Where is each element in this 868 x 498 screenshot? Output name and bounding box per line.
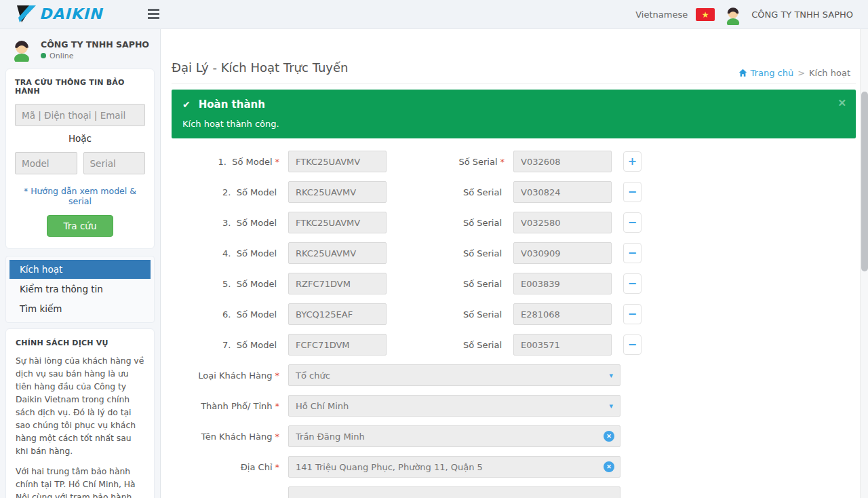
alert-message: Kích hoạt thành công. xyxy=(182,119,845,129)
sidebar-menu: Kích hoạt Kiểm tra thông tin Tìm kiếm xyxy=(5,256,155,323)
model-input-7[interactable] xyxy=(288,334,387,356)
remove-row-button[interactable]: − xyxy=(623,182,642,202)
sidebar-item-kiem-tra-thong-tin[interactable]: Kiểm tra thông tin xyxy=(9,280,151,299)
sidebar-avatar xyxy=(9,37,34,62)
serial-input-5[interactable] xyxy=(513,273,612,294)
address-input[interactable] xyxy=(288,456,620,478)
lookup-title: TRA CỨU THÔNG TIN BẢO HÀNH xyxy=(15,78,145,96)
vertical-scrollbar[interactable] xyxy=(860,29,868,498)
city-select[interactable]: Hồ Chí Minh ▾ xyxy=(288,395,620,417)
lookup-model-input[interactable] xyxy=(15,152,77,174)
sidebar-profile: CÔNG TY TNHH SAPHO Online xyxy=(0,29,160,69)
success-alert: ✔ Hoàn thành Kích hoạt thành công. ✕ xyxy=(172,90,856,138)
serial-input-7[interactable] xyxy=(513,334,612,356)
customer-name-input[interactable] xyxy=(288,425,620,447)
model-input-6[interactable] xyxy=(288,303,387,325)
chevron-down-icon: ▾ xyxy=(609,402,613,410)
serial-input-3[interactable] xyxy=(513,212,612,233)
serial-input-2[interactable] xyxy=(513,181,612,203)
or-label: Hoặc xyxy=(15,133,145,144)
daikin-logo[interactable]: DAIKIN xyxy=(16,5,102,23)
remove-row-button[interactable]: − xyxy=(623,334,642,355)
policy-paragraph: Với hai trung tâm bảo hành chính tại TP.… xyxy=(16,465,144,498)
chevron-down-icon: ▾ xyxy=(609,371,613,380)
home-icon xyxy=(738,69,747,77)
check-icon: ✔ xyxy=(182,99,191,110)
customer-type-row: Loại Khách Hàng* Tổ chức ▾ xyxy=(172,364,856,386)
serial-input-6[interactable] xyxy=(513,303,612,325)
breadcrumb-home-link[interactable]: Trang chủ xyxy=(738,68,794,78)
sidebar-toggle-button[interactable] xyxy=(146,9,160,20)
device-row: 4. Số Model Số Serial − xyxy=(172,242,856,264)
sidebar-item-kich-hoat[interactable]: Kích hoạt xyxy=(9,260,151,279)
model-input-1[interactable] xyxy=(288,151,387,172)
policy-paragraph: Sự hài lòng của khách hàng về dịch vụ sa… xyxy=(16,355,144,458)
remove-row-button[interactable]: − xyxy=(623,273,642,294)
remove-row-button[interactable]: − xyxy=(623,304,642,324)
model-input-5[interactable] xyxy=(288,273,387,294)
activation-form: 1. Số Model* Số Serial* + 2. Số Model Số… xyxy=(172,151,856,498)
lookup-serial-input[interactable] xyxy=(83,152,146,174)
policy-title: CHÍNH SÁCH DỊCH VỤ xyxy=(16,339,144,347)
device-row: 6. Số Model Số Serial − xyxy=(172,303,856,325)
alert-title: Hoàn thành xyxy=(199,98,265,111)
language-label[interactable]: Vietnamese xyxy=(635,9,688,20)
remove-row-button[interactable]: − xyxy=(623,243,642,263)
customer-type-select[interactable]: Tổ chức ▾ xyxy=(288,364,620,386)
breadcrumb-separator: > xyxy=(797,68,805,78)
add-row-button[interactable]: + xyxy=(623,151,642,172)
model-serial-guide-link[interactable]: * Hướng dẫn xem model & serial xyxy=(15,186,145,206)
breadcrumb: Trang chủ > Kích hoạt xyxy=(738,68,850,78)
user-name[interactable]: CÔNG TY TNHH SAPHO xyxy=(751,9,853,20)
warranty-lookup-card: TRA CỨU THÔNG TIN BẢO HÀNH Hoặc * Hướng … xyxy=(5,69,155,249)
serial-input-4[interactable] xyxy=(513,242,612,264)
next-field-row-cutoff xyxy=(172,486,856,498)
clear-field-icon[interactable]: ✕ xyxy=(604,461,614,472)
next-field-input[interactable] xyxy=(288,486,620,498)
profile-name: CÔNG TY TNHH SAPHO xyxy=(41,39,149,50)
customer-name-row: Tên Khách Hàng* ✕ xyxy=(172,425,856,447)
online-status: Online xyxy=(41,52,149,60)
alert-close-button[interactable]: ✕ xyxy=(837,97,846,109)
user-avatar[interactable] xyxy=(723,5,743,25)
device-row: 3. Số Model Số Serial − xyxy=(172,212,856,233)
address-row: Địa Chỉ* ✕ xyxy=(172,456,856,478)
model-input-3[interactable] xyxy=(288,212,387,233)
remove-row-button[interactable]: − xyxy=(623,212,642,233)
brand-text: DAIKIN xyxy=(39,5,102,22)
lookup-id-input[interactable] xyxy=(15,104,145,126)
sidebar-item-tim-kiem[interactable]: Tìm kiếm xyxy=(9,299,151,318)
hamburger-icon xyxy=(148,9,159,11)
vietnam-flag-icon[interactable]: ★ xyxy=(696,8,715,21)
model-input-2[interactable] xyxy=(288,181,387,203)
online-dot-icon xyxy=(41,53,46,58)
city-row: Thành Phố/ Tỉnh* Hồ Chí Minh ▾ xyxy=(172,395,856,417)
main-content: Trang chủ > Kích hoạt Đại Lý - Kích Hoạt… xyxy=(161,29,860,498)
top-navbar: DAIKIN Vietnamese ★ CÔNG TY TNHH SAPHO xyxy=(0,0,868,29)
device-row: 5. Số Model Số Serial − xyxy=(172,273,856,294)
serial-input-1[interactable] xyxy=(513,151,612,172)
lookup-search-button[interactable]: Tra cứu xyxy=(47,215,114,237)
device-row: 7. Số Model Số Serial − xyxy=(172,334,856,356)
model-input-4[interactable] xyxy=(288,242,387,264)
scrollbar-thumb[interactable] xyxy=(861,92,868,271)
device-row: 2. Số Model Số Serial − xyxy=(172,181,856,203)
clear-field-icon[interactable]: ✕ xyxy=(604,431,614,442)
service-policy-card: CHÍNH SÁCH DỊCH VỤ Sự hài lòng của khách… xyxy=(5,328,155,498)
sidebar: CÔNG TY TNHH SAPHO Online TRA CỨU THÔNG … xyxy=(0,29,161,498)
breadcrumb-current: Kích hoạt xyxy=(809,68,850,78)
daikin-logo-icon xyxy=(16,5,37,23)
device-row: 1. Số Model* Số Serial* + xyxy=(172,151,856,172)
